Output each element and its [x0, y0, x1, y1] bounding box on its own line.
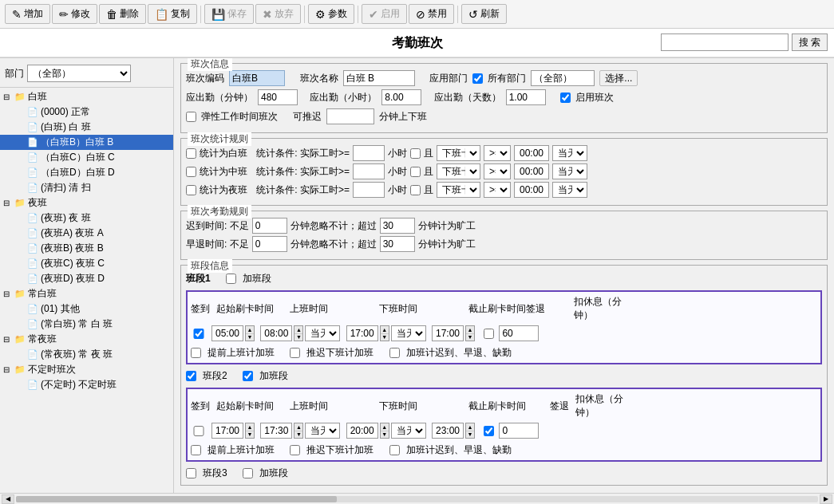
yingchugong-hour-input[interactable] — [381, 89, 421, 105]
seg2-qishi-spin[interactable]: ▲ ▼ — [245, 423, 255, 439]
seg2-tiqian-checkbox[interactable] — [191, 445, 201, 455]
tree-item-changyeban[interactable]: ⊟📁常夜班 — [0, 332, 173, 347]
tree-toggle-changyeban[interactable]: ⊟ — [3, 335, 14, 344]
dept-value-input[interactable] — [531, 70, 595, 86]
seg1-shangban-up[interactable]: ▲ — [294, 326, 302, 334]
seg2-shangban-time[interactable] — [260, 423, 292, 439]
enable-banci-checkbox[interactable] — [560, 93, 571, 103]
seg2-jiaban-check2[interactable] — [389, 445, 400, 455]
select-dept-button[interactable]: 选择... — [599, 70, 638, 86]
seg1-jiezhi-spin[interactable]: ▲ ▼ — [465, 325, 475, 341]
tree-item-budingshi_1[interactable]: 📄(不定时) 不定时班 — [0, 377, 173, 392]
hscroll-right[interactable]: ▶ — [820, 494, 832, 504]
seg2-qishi-down[interactable]: ▼ — [246, 431, 254, 439]
seg1-xiaban-time[interactable] — [346, 325, 378, 341]
seg2-tuichi-checkbox[interactable] — [290, 445, 300, 455]
copy-button[interactable]: 📋 复制 — [148, 4, 197, 24]
delete-button[interactable]: 🗑 删除 — [99, 4, 146, 24]
ketuidai-input[interactable] — [326, 108, 374, 124]
stats-baiban-and-checkbox[interactable] — [410, 148, 421, 159]
seg2-jiezhi-spin[interactable]: ▲ ▼ — [465, 423, 475, 439]
dept-select[interactable]: （全部） — [27, 65, 131, 82]
stats-baiban-combo[interactable]: 下班卡 — [437, 145, 480, 161]
stats-yeban-value[interactable] — [353, 182, 385, 198]
seg2-shangban-day[interactable]: 当天 — [305, 423, 340, 439]
banci-code-input[interactable] — [229, 70, 285, 86]
seg2-shangban-down[interactable]: ▼ — [294, 431, 302, 439]
chidao-value2[interactable] — [380, 218, 415, 234]
tree-item-changyeban_1[interactable]: 📄(常夜班) 常 夜 班 — [0, 347, 173, 362]
stats-yeban-combo[interactable]: 下班卡 — [437, 182, 480, 198]
stats-zhongban-checkbox[interactable] — [186, 167, 196, 177]
tree-toggle-budingshi[interactable]: ⊟ — [3, 365, 14, 374]
hscroll-track[interactable] — [16, 496, 818, 502]
banduan3-checkbox[interactable] — [186, 468, 196, 478]
seg2-shangban-up[interactable]: ▲ — [294, 423, 302, 431]
seg2-xiaban-day[interactable]: 当天 — [391, 423, 426, 439]
seg2-qishi-up[interactable]: ▲ — [246, 423, 254, 431]
seg2-qiantui-checkbox[interactable] — [484, 426, 494, 436]
disable-button[interactable]: ⊘ 禁用 — [409, 4, 454, 24]
save-button[interactable]: 💾 保存 — [204, 4, 254, 24]
tree-item-yeban_b[interactable]: 📄(夜班B) 夜班 B — [0, 241, 173, 256]
seg2-kouxiu-input[interactable] — [499, 423, 539, 439]
chidao-value1[interactable] — [252, 218, 287, 234]
seg2-jiezhi-time[interactable] — [432, 423, 464, 439]
seg2-xiaban-spin[interactable]: ▲ ▼ — [380, 423, 389, 439]
tree-item-qingfu[interactable]: 📄(清扫) 清 扫 — [0, 180, 173, 195]
tree-toggle-yeban[interactable]: ⊟ — [3, 199, 14, 207]
seg2-qiandao-checkbox[interactable] — [191, 426, 207, 436]
yingchugong-min-input[interactable] — [258, 89, 298, 105]
tree-item-budingshi[interactable]: ⊟📁不定时班次 — [0, 362, 173, 377]
h-scrollbar[interactable]: ◀ ▶ — [0, 493, 834, 504]
search-input[interactable] — [661, 33, 789, 51]
seg2-jiezhi-down[interactable]: ▼ — [466, 431, 474, 439]
stats-zhongban-time[interactable] — [514, 163, 549, 179]
stats-zhongban-and-checkbox[interactable] — [410, 167, 421, 177]
stats-baiban-value[interactable] — [353, 145, 385, 161]
all-dept-checkbox[interactable] — [472, 73, 483, 84]
seg1-shangban-spin[interactable]: ▲ ▼ — [294, 325, 303, 341]
banduan2-checkbox[interactable] — [186, 371, 196, 381]
tree-item-yeban_c[interactable]: 📄(夜班C) 夜班 C — [0, 256, 173, 271]
seg1-jiezhi-down[interactable]: ▼ — [466, 334, 474, 341]
jiaban2-checkbox[interactable] — [243, 371, 253, 381]
tree-item-qita[interactable]: 📄(01) 其他 — [0, 301, 173, 317]
seg1-qishi-up[interactable]: ▲ — [246, 326, 254, 334]
elastic-checkbox[interactable] — [186, 112, 196, 122]
stats-zhongban-value[interactable] — [353, 163, 385, 179]
tree-item-baiban_d[interactable]: 📄（白班D）白班 D — [0, 165, 173, 180]
yingchugong-day-input[interactable] — [506, 89, 546, 105]
tree-item-yeban_a[interactable]: 📄(夜班A) 夜班 A — [0, 226, 173, 241]
seg1-qiantui-checkbox[interactable] — [484, 329, 494, 339]
tree-toggle-changbaiban[interactable]: ⊟ — [3, 289, 14, 298]
seg1-xiaban-spin[interactable]: ▲ ▼ — [380, 325, 389, 341]
seg1-shangban-day[interactable]: 当天 — [305, 325, 340, 341]
stats-zhongban-day[interactable]: 当天 — [552, 163, 587, 179]
seg2-xiaban-down[interactable]: ▼ — [381, 431, 389, 439]
tree-item-yeban_d[interactable]: 📄(夜班D) 夜班 D — [0, 271, 173, 286]
zaotui-value2[interactable] — [380, 236, 415, 252]
stats-baiban-op[interactable]: >= — [484, 145, 511, 161]
stats-zhongban-combo[interactable]: 下班卡 — [437, 163, 480, 179]
seg1-qishi-spin[interactable]: ▲ ▼ — [245, 325, 255, 341]
stats-yeban-op[interactable]: >= — [484, 182, 511, 198]
tree-item-baiban_c[interactable]: 📄（白班C）白班 C — [0, 150, 173, 165]
seg2-jiezhi-up[interactable]: ▲ — [466, 423, 474, 431]
seg1-jiaban-check2[interactable] — [389, 348, 400, 358]
tree-item-yeban[interactable]: ⊟📁夜班 — [0, 195, 173, 211]
seg1-qishi-time[interactable] — [211, 325, 243, 341]
seg2-xiaban-time[interactable] — [346, 423, 378, 439]
seg2-shangban-spin[interactable]: ▲ ▼ — [294, 423, 303, 439]
enable-button[interactable]: ✔ 启用 — [362, 4, 407, 24]
seg1-tuichi-checkbox[interactable] — [290, 348, 300, 358]
hscroll-left[interactable]: ◀ — [2, 494, 14, 504]
seg1-tiqian-checkbox[interactable] — [191, 348, 201, 358]
seg1-jiezhi-up[interactable]: ▲ — [466, 326, 474, 334]
stats-zhongban-op[interactable]: >= — [484, 163, 511, 179]
discard-button[interactable]: ✖ 放弃 — [255, 4, 301, 24]
tree-item-zhengchang[interactable]: 📄(0000) 正常 — [0, 104, 173, 120]
seg1-kouxiu-input[interactable] — [499, 325, 539, 341]
add-button[interactable]: ✎ 增加 — [5, 4, 50, 24]
tree-item-yeban_ye[interactable]: 📄(夜班) 夜 班 — [0, 211, 173, 226]
